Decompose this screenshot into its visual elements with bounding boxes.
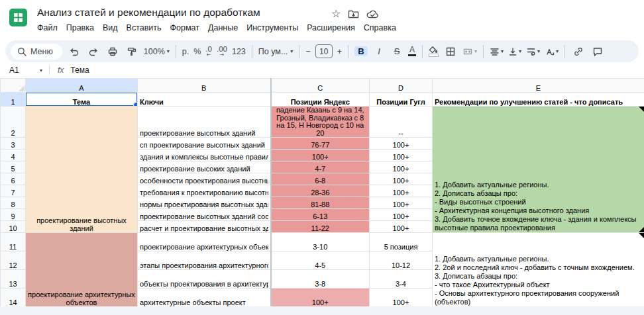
cell-D2[interactable]: --: [370, 107, 433, 138]
redo-button[interactable]: [86, 44, 101, 60]
cell-C3[interactable]: 76-77: [271, 138, 370, 150]
cell-B11[interactable]: проектирование архитектурных объект: [138, 233, 271, 251]
increase-decimals-button[interactable]: .00 →: [217, 46, 227, 57]
more-formats-button[interactable]: 123: [232, 47, 246, 56]
menu-view[interactable]: Вид: [103, 23, 118, 32]
font-select[interactable]: По ум... ▾: [258, 44, 294, 60]
row-header-1[interactable]: 1: [1, 93, 26, 107]
cell-E2-merged[interactable]: 1. Добавить актуальные регионы. 2. Допис…: [433, 107, 644, 233]
search-menus-button[interactable]: Меню: [11, 44, 62, 60]
menu-help[interactable]: Справка: [364, 23, 396, 32]
row-header-13[interactable]: 13: [1, 270, 26, 289]
cell-B9[interactable]: проектирование высотных зданий соор: [138, 209, 271, 221]
insert-comment-button[interactable]: [590, 44, 605, 60]
cell-C5[interactable]: 4-7: [271, 161, 370, 173]
cell-C6[interactable]: 6-8: [271, 173, 370, 185]
cell-A11-merged[interactable]: проектирование архитектурных объектов: [26, 233, 138, 307]
cell-B7[interactable]: требования к проектированию высотны: [138, 185, 271, 197]
cell-D9[interactable]: 100+: [370, 209, 433, 221]
cell-D7[interactable]: 100+: [370, 185, 433, 197]
text-wrap-button[interactable]: ▾: [526, 44, 540, 60]
formula-input[interactable]: Тема: [70, 66, 89, 75]
cell-C13[interactable]: 3-8: [271, 270, 370, 289]
cell-A2-merged[interactable]: проектирование высотных зданий: [26, 107, 138, 233]
cell-D6[interactable]: 100+: [370, 173, 433, 185]
star-icon[interactable]: ☆: [331, 9, 341, 19]
menu-format[interactable]: Формат: [170, 23, 199, 32]
cell-D10[interactable]: 100+: [370, 221, 433, 233]
row-header-11[interactable]: 11: [1, 233, 26, 251]
fill-color-button[interactable]: [429, 46, 439, 57]
percent-format-button[interactable]: %: [193, 47, 201, 56]
row-header-5[interactable]: 5: [1, 161, 26, 173]
cell-B12[interactable]: этапы проектирования архитектурного: [138, 251, 271, 270]
cell-D3[interactable]: 100+: [370, 138, 433, 150]
menu-tools[interactable]: Инструменты: [246, 23, 298, 32]
print-icon[interactable]: [105, 44, 120, 60]
cell-E11-merged[interactable]: 1. Добавить актуальные регионы. 2. 2ой и…: [433, 233, 644, 307]
row-header-7[interactable]: 7: [1, 185, 26, 197]
cell-C7[interactable]: 28-36: [271, 185, 370, 197]
row-header-12[interactable]: 12: [1, 251, 26, 270]
col-header-E[interactable]: E: [433, 79, 644, 93]
row-header-14[interactable]: 14: [1, 289, 26, 307]
cell-D14[interactable]: 100+: [370, 289, 433, 307]
row-header-9[interactable]: 9: [1, 209, 26, 221]
col-header-A[interactable]: A: [26, 79, 138, 93]
row-header-3[interactable]: 3: [1, 138, 26, 150]
cell-C10[interactable]: 11-22: [271, 221, 370, 233]
zoom-select[interactable]: 100% ▾: [144, 44, 170, 60]
cell-B10[interactable]: расчет и проектирование высотных зда: [138, 221, 271, 233]
move-folder-icon[interactable]: [348, 9, 359, 19]
strikethrough-button[interactable]: S: [390, 46, 403, 56]
col-header-C[interactable]: C: [271, 79, 370, 93]
menu-edit[interactable]: Правка: [66, 23, 94, 32]
menu-insert[interactable]: Вставить: [127, 23, 162, 32]
cell-B1[interactable]: Ключи: [138, 93, 271, 107]
cell-C9[interactable]: 6-13: [271, 209, 370, 221]
cell-D12[interactable]: 10-12: [370, 251, 433, 270]
sheets-logo-icon[interactable]: [9, 9, 27, 26]
chevron-down-icon[interactable]: ▾: [40, 68, 42, 73]
menu-data[interactable]: Данные: [208, 23, 238, 32]
vertical-align-button[interactable]: ▾: [508, 44, 521, 60]
cell-D4[interactable]: 100+: [370, 150, 433, 161]
cell-C1[interactable]: Позиции Яндекс: [271, 93, 370, 107]
text-color-button[interactable]: A: [408, 46, 416, 56]
row-header-2[interactable]: 2: [1, 107, 26, 138]
cell-B6[interactable]: особенности проектирования высотных: [138, 173, 271, 185]
cell-D11[interactable]: 5 позиция: [370, 233, 433, 251]
cell-B4[interactable]: здания и комплексы высотные правила: [138, 150, 271, 161]
decrease-decimals-button[interactable]: .0 ←: [205, 46, 212, 57]
cell-E1[interactable]: Рекомендации по улучшению статей - что д…: [433, 93, 644, 107]
currency-format-button[interactable]: р.: [182, 47, 189, 56]
cell-D8[interactable]: 100+: [370, 197, 433, 209]
name-box[interactable]: A1: [0, 66, 40, 75]
insert-link-button[interactable]: [571, 44, 586, 60]
bold-button[interactable]: B: [354, 46, 368, 56]
decrease-font-button[interactable]: −: [305, 47, 310, 56]
cloud-status-icon[interactable]: [366, 9, 379, 19]
cell-A1[interactable]: Тема: [26, 93, 138, 107]
cell-D1[interactable]: Позиции Гугл: [370, 93, 433, 107]
undo-button[interactable]: [67, 44, 81, 60]
font-size-input[interactable]: 10: [315, 44, 333, 58]
col-header-D[interactable]: D: [370, 79, 433, 93]
row-header-8[interactable]: 8: [1, 197, 26, 209]
cell-D13[interactable]: 3-4: [370, 270, 433, 289]
cell-D5[interactable]: 100+: [370, 161, 433, 173]
row-header-10[interactable]: 10: [1, 221, 26, 233]
cell-B2[interactable]: проектирование высотных зданий: [138, 107, 271, 138]
col-header-B[interactable]: B: [138, 79, 271, 93]
cell-B8[interactable]: нормы проектирования высотных здан: [138, 197, 271, 209]
cell-C14[interactable]: 100+: [271, 289, 370, 307]
cell-B5[interactable]: проектирование высоких зданий: [138, 161, 271, 173]
italic-button[interactable]: I: [372, 46, 386, 56]
select-all-corner[interactable]: [1, 79, 26, 93]
increase-font-button[interactable]: +: [337, 47, 342, 56]
menu-extensions[interactable]: Расширения: [307, 23, 355, 32]
borders-button[interactable]: [443, 44, 458, 60]
fill-handle[interactable]: [133, 102, 138, 107]
cell-C2[interactable]: падение Казань с 9 на 14, Грозный, Влади…: [271, 107, 370, 138]
cell-B13[interactable]: объекты проектирования в архитектуре: [138, 270, 271, 289]
